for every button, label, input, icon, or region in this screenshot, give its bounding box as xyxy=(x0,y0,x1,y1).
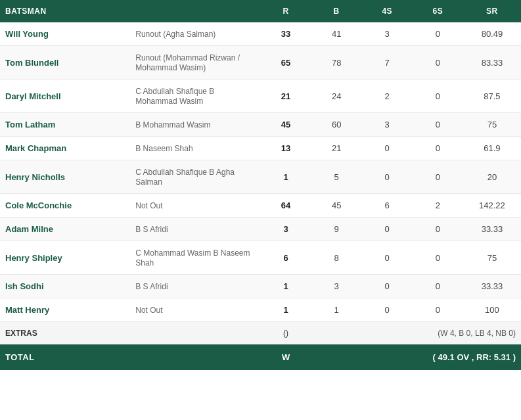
sixes: 2 xyxy=(413,194,463,218)
fours: 7 xyxy=(362,46,413,80)
balls: 45 xyxy=(311,194,362,218)
extras-value: () xyxy=(261,322,311,345)
dismissal: Not Out xyxy=(130,194,260,218)
runs: 13 xyxy=(261,137,311,160)
fours: 3 xyxy=(362,113,413,137)
strike-rate: 87.5 xyxy=(463,80,521,113)
sixes: 0 xyxy=(413,218,463,241)
col-dismissal xyxy=(130,0,260,22)
batsman-name: Will Young xyxy=(0,22,130,46)
table-row: Henry Nicholls C Abdullah Shafique B Agh… xyxy=(0,160,521,194)
table-row: Cole McConchie Not Out 64 45 6 2 142.22 xyxy=(0,194,521,218)
col-4s: 4S xyxy=(362,0,413,22)
col-r: R xyxy=(261,0,311,22)
sixes: 0 xyxy=(413,137,463,160)
batsman-name: Ish Sodhi xyxy=(0,275,130,298)
balls: 21 xyxy=(311,137,362,160)
strike-rate: 61.9 xyxy=(463,137,521,160)
dismissal: B S Afridi xyxy=(130,275,260,298)
table-row: Tom Blundell Runout (Mohammad Rizwan / M… xyxy=(0,46,521,80)
extras-row: EXTRAS () (W 4, B 0, LB 4, NB 0) xyxy=(0,322,521,345)
fours: 3 xyxy=(362,22,413,46)
table-row: Adam Milne B S Afridi 3 9 0 0 33.33 xyxy=(0,218,521,241)
col-sr: SR xyxy=(463,0,521,22)
fours: 2 xyxy=(362,80,413,113)
table-row: Henry Shipley C Mohammad Wasim B Naseem … xyxy=(0,241,521,275)
batsman-name: Tom Blundell xyxy=(0,46,130,80)
extras-4s xyxy=(362,322,413,345)
balls: 60 xyxy=(311,113,362,137)
dismissal: C Mohammad Wasim B Naseem Shah xyxy=(130,241,260,275)
balls: 9 xyxy=(311,218,362,241)
runs: 33 xyxy=(261,22,311,46)
balls: 1 xyxy=(311,298,362,322)
strike-rate: 33.33 xyxy=(463,275,521,298)
table-row: Daryl Mitchell C Abdullah Shafique B Moh… xyxy=(0,80,521,113)
balls: 41 xyxy=(311,22,362,46)
sixes: 0 xyxy=(413,46,463,80)
balls: 5 xyxy=(311,160,362,194)
runs: 64 xyxy=(261,194,311,218)
runs: 65 xyxy=(261,46,311,80)
batsman-name: Mark Chapman xyxy=(0,137,130,160)
extras-label: EXTRAS xyxy=(0,322,130,345)
sixes: 0 xyxy=(413,298,463,322)
sixes: 0 xyxy=(413,160,463,194)
extras-dismissal xyxy=(130,322,260,345)
balls: 24 xyxy=(311,80,362,113)
runs: 6 xyxy=(261,241,311,275)
runs: 21 xyxy=(261,80,311,113)
balls: 8 xyxy=(311,241,362,275)
col-b: B xyxy=(311,0,362,22)
runs: 45 xyxy=(261,113,311,137)
total-wickets: W xyxy=(261,344,311,370)
runs: 1 xyxy=(261,160,311,194)
sixes: 0 xyxy=(413,113,463,137)
batsman-name: Adam Milne xyxy=(0,218,130,241)
strike-rate: 100 xyxy=(463,298,521,322)
sixes: 0 xyxy=(413,275,463,298)
sixes: 0 xyxy=(413,241,463,275)
fours: 0 xyxy=(362,137,413,160)
fours: 0 xyxy=(362,298,413,322)
batsman-name: Cole McConchie xyxy=(0,194,130,218)
fours: 0 xyxy=(362,160,413,194)
runs: 1 xyxy=(261,275,311,298)
strike-rate: 33.33 xyxy=(463,218,521,241)
sixes: 0 xyxy=(413,22,463,46)
total-4s xyxy=(362,344,413,370)
runs: 3 xyxy=(261,218,311,241)
extras-detail: (W 4, B 0, LB 4, NB 0) xyxy=(413,322,521,345)
balls: 78 xyxy=(311,46,362,80)
total-empty xyxy=(130,344,260,370)
dismissal: Not Out xyxy=(130,298,260,322)
balls: 3 xyxy=(311,275,362,298)
strike-rate: 80.49 xyxy=(463,22,521,46)
fours: 6 xyxy=(362,194,413,218)
dismissal: B Mohammad Wasim xyxy=(130,113,260,137)
batsman-name: Tom Latham xyxy=(0,113,130,137)
batsman-name: Henry Shipley xyxy=(0,241,130,275)
dismissal: C Abdullah Shafique B Agha Salman xyxy=(130,160,260,194)
table-row: Mark Chapman B Naseem Shah 13 21 0 0 61.… xyxy=(0,137,521,160)
runs: 1 xyxy=(261,298,311,322)
table-header: BATSMAN R B 4S 6S SR xyxy=(0,0,521,22)
dismissal: Runout (Mohammad Rizwan / Mohammad Wasim… xyxy=(130,46,260,80)
sixes: 0 xyxy=(413,80,463,113)
total-row: TOTAL W ( 49.1 OV , RR: 5.31 ) xyxy=(0,344,521,370)
batsman-name: Henry Nicholls xyxy=(0,160,130,194)
extras-b xyxy=(311,322,362,345)
col-batsman: BATSMAN xyxy=(0,0,130,22)
dismissal: C Abdullah Shafique B Mohammad Wasim xyxy=(130,80,260,113)
batsman-name: Matt Henry xyxy=(0,298,130,322)
total-b xyxy=(311,344,362,370)
fours: 0 xyxy=(362,218,413,241)
strike-rate: 20 xyxy=(463,160,521,194)
strike-rate: 75 xyxy=(463,113,521,137)
batsman-name: Daryl Mitchell xyxy=(0,80,130,113)
fours: 0 xyxy=(362,275,413,298)
table-row: Tom Latham B Mohammad Wasim 45 60 3 0 75 xyxy=(0,113,521,137)
strike-rate: 142.22 xyxy=(463,194,521,218)
col-6s: 6S xyxy=(413,0,463,22)
dismissal: B Naseem Shah xyxy=(130,137,260,160)
